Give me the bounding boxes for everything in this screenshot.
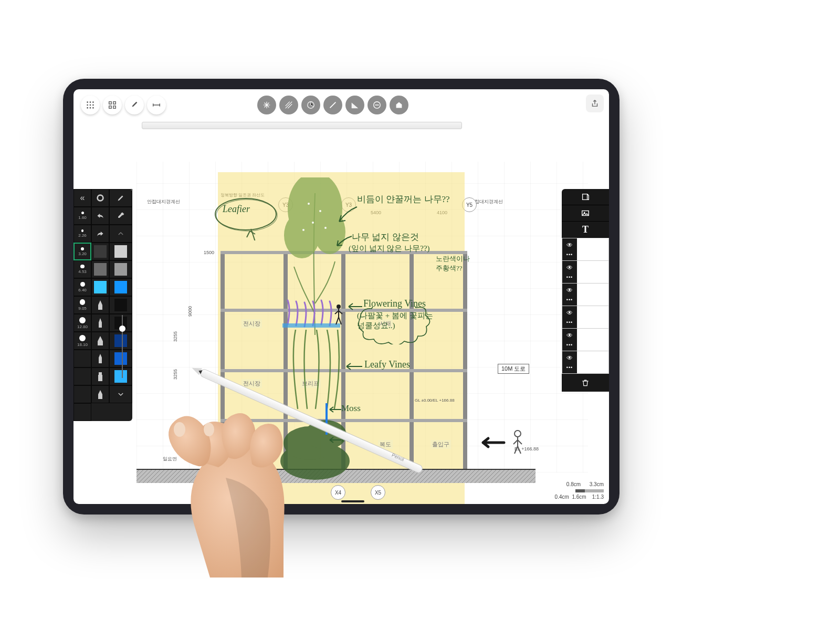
layer-thumbnail — [577, 329, 608, 351]
visibility-icon[interactable]: 👁 — [566, 264, 573, 271]
brush-size-value[interactable]: 4.53 — [74, 260, 91, 278]
brush-size-value[interactable] — [74, 368, 91, 385]
subtract-button[interactable] — [368, 96, 386, 114]
brush-size-value[interactable]: 2.26 — [74, 225, 91, 243]
axis-button[interactable] — [301, 96, 320, 114]
visibility-icon[interactable]: 👁 — [566, 309, 573, 317]
ruler-bar[interactable] — [142, 122, 462, 129]
pen-nib-b[interactable] — [91, 314, 109, 332]
chevron-down-icon[interactable] — [109, 385, 132, 403]
visibility-icon[interactable]: 👁 — [566, 242, 573, 249]
brush-size-value[interactable]: 18.10 — [74, 332, 91, 350]
swatch[interactable] — [109, 350, 132, 368]
layer-options-icon[interactable]: ••• — [566, 252, 573, 257]
brush-size-value[interactable]: 9.05 — [74, 296, 91, 314]
scale-top-right: 3.3cm — [590, 481, 604, 487]
svg-point-7 — [90, 107, 91, 109]
layer-row[interactable]: 👁••• — [562, 329, 609, 351]
gl-label: GL ±0.00/EL +166.88 — [415, 398, 455, 403]
swatch[interactable] — [91, 243, 109, 260]
brush-size-value[interactable] — [74, 385, 91, 403]
layer-row[interactable]: 👁••• — [562, 261, 609, 284]
brush-size-value[interactable]: 6.40 — [74, 278, 91, 296]
svg-rect-36 — [98, 375, 102, 381]
pen-nib-d[interactable] — [91, 350, 109, 368]
line-button[interactable] — [323, 96, 342, 114]
brush-size-value[interactable] — [74, 403, 91, 421]
eyedropper-icon[interactable] — [109, 207, 132, 225]
swatch[interactable] — [91, 278, 109, 296]
right-layers-panel: T 👁•••👁•••👁•••👁•••👁•••👁••• — [562, 189, 609, 392]
dimension-button[interactable] — [147, 96, 166, 114]
svg-point-0 — [87, 101, 88, 103]
svg-point-4 — [90, 104, 91, 106]
scale-ratio: 1:1.3 — [592, 494, 604, 500]
collapse-panel-button[interactable]: « — [74, 189, 91, 207]
layer-thumbnail — [577, 261, 608, 283]
image-layer-button[interactable] — [562, 205, 609, 222]
settings-button[interactable] — [125, 96, 144, 114]
swatch[interactable] — [109, 332, 132, 350]
brush-icon[interactable] — [109, 189, 132, 207]
leafy-vines-sketch — [288, 330, 345, 414]
layer-row[interactable]: 👁••• — [562, 351, 609, 374]
arrow-5 — [329, 405, 343, 415]
arrow-1 — [336, 204, 362, 225]
svg-point-2 — [92, 101, 94, 103]
swatch[interactable] — [109, 260, 132, 278]
chevron-up-icon[interactable] — [109, 225, 132, 243]
layer-row[interactable]: 👁••• — [562, 284, 609, 306]
brush-size-slider[interactable] — [122, 315, 123, 378]
delete-layer-button[interactable] — [562, 374, 609, 392]
room-entrance: 출입구 — [430, 440, 451, 449]
visibility-icon[interactable]: 👁 — [566, 332, 573, 339]
swatch[interactable] — [109, 243, 132, 260]
svg-rect-9 — [109, 102, 112, 104]
layer-row[interactable]: 👁••• — [562, 238, 609, 261]
grid-sparse-button[interactable] — [103, 96, 122, 114]
visibility-icon[interactable]: 👁 — [566, 354, 573, 362]
new-layer-button[interactable] — [562, 189, 609, 205]
grid-dense-button[interactable] — [81, 96, 100, 114]
svg-point-34 — [98, 195, 103, 201]
layer-options-icon[interactable]: ••• — [566, 320, 573, 325]
layer-options-icon[interactable]: ••• — [566, 342, 573, 348]
left-tool-panel: «1.602.263.204.536.409.0512.8018.10 — [74, 189, 132, 421]
marker-icon[interactable] — [91, 368, 109, 385]
pen-nib-c[interactable] — [91, 332, 109, 350]
swatch[interactable] — [91, 260, 109, 278]
hatch-button[interactable] — [279, 96, 298, 114]
svg-rect-12 — [113, 106, 116, 109]
bubble-flowering — [352, 307, 457, 344]
pen-nib-a[interactable] — [91, 296, 109, 314]
swatch[interactable] — [109, 296, 132, 314]
layer-options-icon[interactable]: ••• — [566, 297, 573, 302]
undo-icon[interactable] — [91, 207, 109, 225]
layer-options-icon[interactable]: ••• — [566, 365, 573, 370]
anno-kr-2b: (잎이 넓지 않은 나무??) — [349, 244, 430, 254]
share-button[interactable] — [586, 94, 604, 112]
brush-size-value[interactable]: 1.60 — [74, 207, 91, 225]
swatch[interactable] — [109, 368, 132, 385]
brush-size-value[interactable]: 3.20 — [74, 243, 91, 260]
axis-x5: X5 — [371, 485, 385, 500]
ring-icon[interactable] — [91, 189, 109, 207]
layer-row[interactable]: 👁••• — [562, 306, 609, 329]
brush-size-value[interactable]: 12.80 — [74, 314, 91, 332]
svg-point-24 — [312, 222, 314, 224]
svg-point-26 — [302, 229, 304, 231]
svg-point-18 — [514, 430, 521, 437]
swatch[interactable] — [109, 278, 132, 296]
visibility-icon[interactable]: 👁 — [566, 287, 573, 294]
anno-leafier: Leafier — [223, 204, 250, 215]
home-button[interactable] — [390, 96, 408, 114]
move-3d-button[interactable] — [257, 96, 276, 114]
status-bar: X4 X5 0.8cm 3.3cm 0.4cm 1.6cm 1:1.3 — [74, 483, 609, 504]
layer-options-icon[interactable]: ••• — [566, 275, 573, 280]
text-layer-button[interactable]: T — [562, 222, 609, 238]
brush-size-value[interactable] — [74, 350, 91, 368]
spray-icon[interactable] — [91, 385, 109, 403]
svg-point-5 — [92, 104, 94, 106]
angle-button[interactable] — [345, 96, 364, 114]
redo-icon[interactable] — [91, 225, 109, 243]
